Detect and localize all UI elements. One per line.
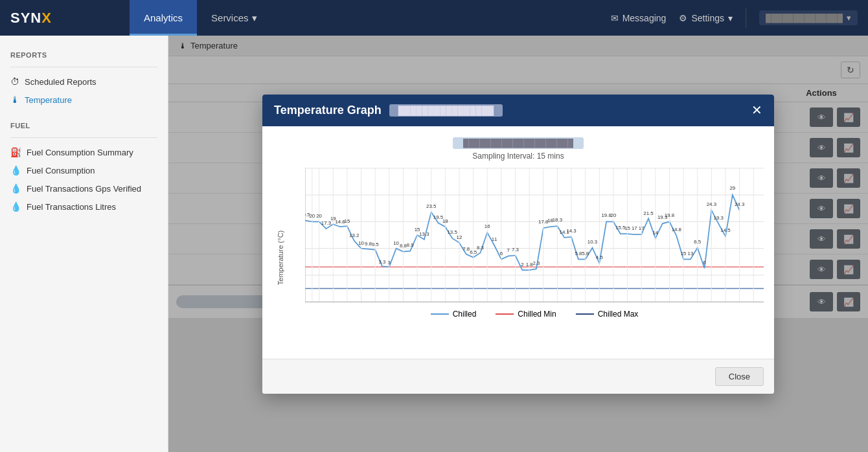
modal-close-button[interactable]: ✕: [751, 104, 762, 117]
svg-text:17: 17: [639, 225, 645, 231]
svg-text:14.8: 14.8: [672, 227, 682, 232]
y-axis-label: Temperature (°C): [277, 230, 284, 284]
svg-text:24.3: 24.3: [735, 201, 745, 207]
user-pill[interactable]: ██████████████ ▾: [759, 10, 858, 25]
modal-close-btn[interactable]: Close: [715, 367, 764, 386]
chevron-down-icon: ▾: [728, 13, 733, 23]
chilled-max-line-indicator: [576, 313, 594, 315]
nav-services[interactable]: Services ▾: [197, 0, 271, 36]
svg-text:5.8: 5.8: [582, 251, 589, 256]
svg-text:15: 15: [681, 251, 687, 256]
svg-text:16: 16: [485, 223, 490, 229]
svg-text:14.5: 14.5: [720, 227, 731, 233]
svg-text:2.3: 2.3: [532, 260, 540, 266]
clock-icon: ⏱: [10, 76, 19, 87]
svg-text:21.5: 21.5: [643, 210, 654, 216]
svg-text:12: 12: [457, 234, 463, 240]
svg-text:1.8: 1.8: [526, 262, 534, 267]
modal-subtitle-text: ████████████████████: [453, 137, 584, 149]
main-content: 🌡 Temperature ↻ Actions 👁 📈 👁 📈: [168, 36, 868, 452]
svg-text:10.3: 10.3: [588, 238, 598, 244]
modal-title-sub: ████████████████: [389, 104, 503, 117]
sidebar: REPORTS ⏱ Scheduled Reports 🌡 Temperatur…: [0, 36, 168, 452]
svg-text:13: 13: [688, 251, 694, 256]
svg-text:8.8: 8.8: [400, 242, 407, 248]
svg-text:6: 6: [703, 260, 706, 266]
logo: SYNX: [10, 10, 52, 27]
svg-text:4.5: 4.5: [596, 254, 604, 260]
svg-text:18.3: 18.3: [553, 217, 563, 223]
svg-text:7.3: 7.3: [512, 246, 520, 252]
sidebar-divider-1: [10, 67, 157, 67]
nav-divider: [746, 8, 746, 28]
svg-text:3: 3: [388, 260, 391, 266]
chilled-min-line-indicator: [496, 313, 514, 315]
thermometer-icon: 🌡: [10, 95, 19, 105]
svg-text:7.8: 7.8: [463, 245, 470, 251]
svg-text:11: 11: [492, 236, 497, 242]
svg-text:19.3: 19.3: [714, 215, 724, 221]
svg-text:9.8: 9.8: [365, 240, 372, 246]
modal-overlay: Temperature Graph ████████████████ ✕ ███…: [168, 36, 868, 452]
legend-chilled-min: Chilled Min: [496, 310, 556, 319]
user-text: ██████████████: [766, 14, 843, 23]
nav-items: Analytics Services ▾: [130, 0, 271, 36]
logo-area: SYNX: [0, 10, 130, 27]
svg-text:6.5: 6.5: [694, 238, 702, 244]
legend-chilled-max: Chilled Max: [576, 310, 639, 319]
svg-text:13.3: 13.3: [419, 231, 429, 236]
svg-text:6.5: 6.5: [470, 249, 477, 254]
svg-text:10: 10: [358, 240, 364, 245]
svg-text:2: 2: [521, 262, 523, 267]
settings-btn[interactable]: ⚙ Settings ▾: [679, 13, 733, 23]
fuel-gps-icon: 💧: [10, 183, 21, 194]
svg-text:19.8: 19.8: [665, 212, 675, 218]
modal-body: ████████████████████ Sampling Interval: …: [262, 126, 774, 359]
sidebar-item-fuel-gps[interactable]: 💧 Fuel Transactions Gps Verified: [0, 179, 168, 198]
email-icon: ✉: [611, 13, 619, 23]
fuel-summary-icon: ⛽: [10, 147, 21, 157]
svg-text:24.3: 24.3: [707, 201, 717, 207]
svg-text:20: 20: [611, 212, 617, 218]
top-nav: SYNX Analytics Services ▾ ✉ Messaging ⚙ …: [0, 0, 868, 36]
chart-container: Temperature (°C) 40 30: [273, 167, 764, 348]
chevron-down-icon: ▾: [847, 13, 851, 23]
svg-text:13.2: 13.2: [349, 232, 359, 238]
svg-text:8.9: 8.9: [407, 242, 414, 247]
temperature-chart: 40 30 20 10 0 -10: [305, 167, 764, 303]
svg-text:5.8: 5.8: [575, 251, 582, 256]
svg-text:7: 7: [507, 247, 509, 253]
modal-subtitle: ████████████████████: [273, 137, 764, 149]
nav-analytics[interactable]: Analytics: [130, 0, 197, 36]
modal-footer: Close: [262, 359, 774, 394]
sidebar-item-scheduled-reports[interactable]: ⏱ Scheduled Reports: [0, 73, 168, 91]
sidebar-item-fuel-summary[interactable]: ⛽ Fuel Consumption Summary: [0, 143, 168, 161]
app-body: REPORTS ⏱ Scheduled Reports 🌡 Temperatur…: [0, 36, 868, 452]
svg-text:29: 29: [729, 185, 735, 191]
reports-section-label: REPORTS: [0, 46, 168, 62]
svg-text:15: 15: [345, 218, 350, 224]
sidebar-item-fuel-consumption[interactable]: 💧 Fuel Consumption: [0, 161, 168, 179]
sidebar-item-temperature[interactable]: 🌡 Temperature: [0, 91, 168, 109]
sampling-label: Sampling Interval: 15 mins: [273, 152, 764, 161]
svg-text:14.3: 14.3: [566, 228, 577, 234]
svg-text:9.5: 9.5: [372, 241, 380, 247]
svg-text:14: 14: [652, 230, 658, 236]
svg-text:18: 18: [442, 218, 448, 224]
svg-text:20: 20: [316, 213, 322, 219]
modal-header: Temperature Graph ████████████████ ✕: [262, 95, 774, 126]
temperature-graph-modal: Temperature Graph ████████████████ ✕ ███…: [262, 95, 774, 394]
svg-text:15: 15: [624, 225, 630, 231]
svg-text:6: 6: [500, 251, 503, 256]
fuel-section-label: FUEL: [0, 117, 168, 132]
gear-icon: ⚙: [679, 13, 687, 23]
chart-legend: Chilled Chilled Min Chilled Max: [305, 303, 764, 321]
sidebar-item-fuel-litres[interactable]: 💧 Fuel Transactions Litres: [0, 198, 168, 216]
messaging-btn[interactable]: ✉ Messaging: [611, 13, 667, 23]
svg-text:17: 17: [632, 225, 637, 231]
chilled-line-indicator: [431, 313, 449, 315]
chevron-down-icon: ▾: [252, 12, 257, 24]
fuel-drop-icon: 💧: [10, 165, 21, 175]
logo-accent: X: [41, 10, 52, 26]
legend-chilled: Chilled: [431, 310, 477, 319]
